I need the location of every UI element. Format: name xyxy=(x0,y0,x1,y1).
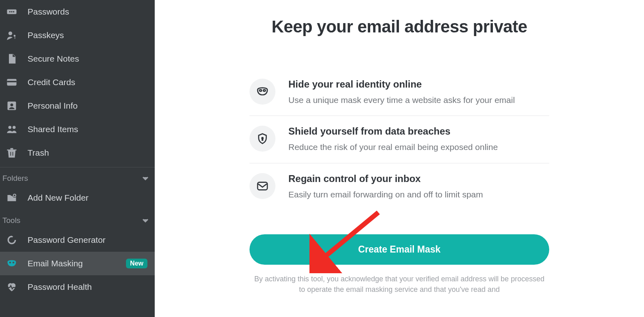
svg-point-9 xyxy=(11,103,13,106)
feature-shield-breaches: Shield yourself from data breaches Reduc… xyxy=(249,116,549,163)
mask-icon xyxy=(6,257,18,270)
sidebar-item-credit-cards[interactable]: Credit Cards xyxy=(0,71,155,94)
shield-icon xyxy=(249,126,275,152)
sidebar-item-label: Email Masking xyxy=(28,259,83,268)
svg-point-11 xyxy=(13,126,15,129)
sidebar-item-label: Passwords xyxy=(28,7,69,17)
svg-point-17 xyxy=(9,262,11,263)
personal-info-icon xyxy=(6,100,18,112)
page-title: Keep your email address private xyxy=(249,17,549,36)
tools-section-header[interactable]: Tools xyxy=(0,210,155,228)
chevron-down-icon xyxy=(140,215,151,226)
feature-description: Reduce the risk of your real email being… xyxy=(288,141,498,153)
credit-card-icon xyxy=(6,76,18,88)
sidebar-tool-password-generator[interactable]: Password Generator xyxy=(0,228,155,252)
svg-point-10 xyxy=(9,126,11,129)
svg-point-2 xyxy=(11,11,13,13)
folders-section-header[interactable]: Folders xyxy=(0,167,155,186)
sidebar-tool-email-masking[interactable]: Email Masking New xyxy=(0,252,155,275)
sidebar-tool-password-health[interactable]: Password Health xyxy=(0,275,155,299)
feature-description: Use a unique mask every time a website a… xyxy=(288,94,515,106)
svg-rect-23 xyxy=(258,182,267,190)
main-content: Keep your email address private Hide you… xyxy=(155,0,644,317)
sidebar-item-label: Credit Cards xyxy=(28,77,75,87)
sidebar-item-personal-info[interactable]: Personal Info xyxy=(0,94,155,118)
trash-icon xyxy=(6,147,18,159)
svg-rect-12 xyxy=(11,148,13,150)
new-badge: New xyxy=(126,259,147,268)
feature-list: Hide your real identity online Use a uni… xyxy=(249,69,549,210)
sidebar-item-passkeys[interactable]: Passkeys xyxy=(0,24,155,47)
svg-point-4 xyxy=(9,32,12,35)
note-icon xyxy=(6,53,18,65)
sidebar-item-secure-notes[interactable]: Secure Notes xyxy=(0,47,155,71)
sidebar-item-trash[interactable]: Trash xyxy=(0,141,155,165)
feature-inbox-control: Regain control of your inbox Easily turn… xyxy=(249,163,549,210)
svg-point-18 xyxy=(13,262,15,263)
sidebar-item-label: Shared Items xyxy=(28,124,78,134)
feature-hide-identity: Hide your real identity online Use a uni… xyxy=(249,69,549,116)
sidebar-item-label: Add New Folder xyxy=(28,193,89,203)
section-label: Tools xyxy=(2,216,20,225)
sidebar-item-label: Password Health xyxy=(28,282,92,292)
sidebar-add-folder[interactable]: Add New Folder xyxy=(0,186,155,210)
svg-point-5 xyxy=(14,35,16,37)
sidebar-item-passwords[interactable]: Passwords xyxy=(0,0,155,24)
mask-icon xyxy=(249,79,275,105)
svg-rect-7 xyxy=(7,81,16,83)
health-icon xyxy=(6,281,18,293)
disclaimer-text: By activating this tool, you acknowledge… xyxy=(249,274,549,295)
shared-icon xyxy=(6,123,18,135)
sidebar: Passwords Passkeys Secure Notes Credit C… xyxy=(0,0,155,317)
svg-rect-13 xyxy=(7,150,16,150)
feature-heading: Hide your real identity online xyxy=(288,79,515,90)
passkeys-icon xyxy=(6,29,18,41)
mail-icon xyxy=(249,173,275,199)
passwords-icon xyxy=(6,6,18,18)
feature-heading: Shield yourself from data breaches xyxy=(288,126,498,137)
section-label: Folders xyxy=(2,174,28,183)
sidebar-item-label: Personal Info xyxy=(28,101,78,111)
sidebar-item-label: Secure Notes xyxy=(28,54,79,64)
svg-rect-14 xyxy=(11,152,11,156)
feature-description: Easily turn email forwarding on and off … xyxy=(288,188,483,200)
sidebar-item-label: Password Generator xyxy=(28,235,106,245)
svg-point-20 xyxy=(263,90,265,91)
chevron-down-icon xyxy=(140,173,151,184)
generator-icon xyxy=(6,234,18,246)
svg-rect-22 xyxy=(262,139,263,140)
svg-point-1 xyxy=(9,11,11,13)
sidebar-item-label: Trash xyxy=(28,148,49,158)
svg-point-3 xyxy=(13,11,14,13)
svg-rect-15 xyxy=(13,152,13,156)
create-email-mask-button[interactable]: Create Email Mask xyxy=(249,234,549,265)
sidebar-item-shared-items[interactable]: Shared Items xyxy=(0,118,155,141)
sidebar-item-label: Passkeys xyxy=(28,30,64,40)
feature-heading: Regain control of your inbox xyxy=(288,173,483,184)
svg-point-19 xyxy=(260,90,262,91)
add-folder-icon xyxy=(6,192,18,204)
